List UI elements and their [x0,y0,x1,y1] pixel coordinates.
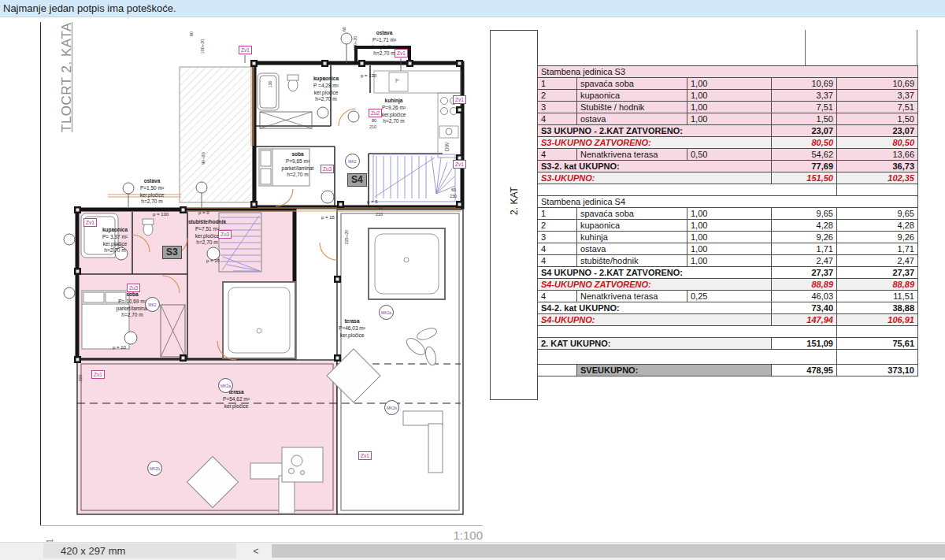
detail-marker-mk2b: MK2b [384,400,399,415]
cell-name: kuhinja [577,232,687,243]
screen: { "notification": { "text": "Najmanje je… [0,0,945,560]
table-row: 4 stubište/hodnik 1,00 2,47 2,47 [538,255,918,267]
cell-reduced: 3,37 [837,90,918,102]
detail-marker-mk2: MK2 [345,154,360,169]
cell-area: 27,37 [772,267,837,279]
cell-reduced: 36,73 [837,161,918,172]
parapet-text: p = 5 [367,199,378,204]
room-area: P= 3,37 m² [85,234,145,241]
cell-reduced: 11,51 [837,291,918,302]
cell-coef: 1,00 [687,102,772,113]
total-row: S3-UKUPNO: 151,50 102,35 [538,172,918,184]
cell-name: spavaća soba [577,78,687,90]
table-stub-line [805,30,806,66]
wall-marker-zu3: Zu3 [127,284,140,292]
room-label-s4-soba: soba P=9,65 m² parket/laminat h=2,70 m [268,151,328,179]
cell-spacer [837,350,918,365]
dim-text: 100+20 [200,39,205,54]
cell-area: 478,95 [772,365,837,376]
cell-spacer [837,326,918,338]
window-marker-zv1: Zv1 [91,370,105,379]
room-height: h=2,70 m [102,312,162,319]
cell-reduced: 13,66 [837,149,918,161]
page-size-text: 420 x 297 mm [61,545,125,557]
floor-label-cell-empty [490,371,538,400]
scroll-left-button[interactable]: < [246,543,266,558]
cell-label: S4-UKUPNO ZATVORENO: [538,279,772,291]
cell-area: 3,37 [772,90,837,102]
spacer-row [538,350,918,365]
room-height: h=2,70 m [268,172,328,179]
cell-coef: 1,00 [687,255,772,267]
cell-label: S3-UKUPNO ZATVORENO: [538,137,772,149]
room-area: P=1,71 m² [354,37,414,44]
cell-name: kupaonica [577,220,687,232]
cell-coef: 1,00 [687,220,772,232]
table-row: Stambena jedinica S3 [538,66,918,78]
room-height: h=2,70 m [296,96,356,103]
window-marker-zv1: Zv1 [239,46,252,54]
cell-reduced: 1,50 [837,113,918,125]
room-name: stubište/hodnik [177,219,237,226]
cell-reduced: 106,91 [837,314,918,326]
room-height: h=2,70 m [85,247,145,254]
cell-reduced: 80,50 [837,137,918,149]
unit-badge-s4: S4 [347,173,367,187]
cell-label: 2. KAT UKUPNO: [538,338,772,350]
room-floor: ker.pločice [206,403,266,410]
cell-label: S4-2. kat UKUPNO: [538,302,772,314]
cell-name: spavaća soba [577,208,687,220]
total-row: S3-2. kat UKUPNO: 77,69 36,73 [538,161,918,172]
cell-reduced: 23,07 [837,125,918,137]
cell-label: S3-2. kat UKUPNO: [538,161,772,172]
page-size-indicator: 420 x 297 mm [43,543,236,558]
cell-reduced: 4,28 [837,220,918,232]
dim-text: 60 [189,32,194,36]
table-row: 1 spavaća soba 1,00 10,69 10,69 [538,78,918,90]
room-name: kupaonica [296,76,356,83]
total-row: 2. KAT UKUPNO: 151,09 75,61 [538,338,918,350]
detail-marker-mk2a: MK2a [218,378,233,393]
dim-text: 90+20 [201,152,206,164]
cell-name: Nenatkrivena terasa [577,291,687,302]
parapet-text: p = 10 [113,345,126,350]
dim-text: 230 [450,194,457,198]
cell-num: 3 [538,102,577,113]
cell-area: 46,03 [772,291,837,302]
cell-area: 2,47 [772,255,837,267]
cell-reduced: 7,51 [837,102,918,113]
cell-area: 54,62 [772,149,837,161]
cell-name: ostava [577,243,687,255]
room-floor: ker.pločice [322,332,382,339]
room-label-s3-kupaonica: kupaonica P= 3,37 m² ker.pločice h=2,70 … [85,227,145,254]
room-name: ostava [122,178,182,185]
dim-text: 90 [378,206,383,210]
cell-name: Nenatkrivena terasa [577,149,687,161]
cell-area: 73,40 [772,302,837,314]
table-row: 2 kupaonica 1,00 4,28 4,28 [538,220,918,232]
cell-num: 2 [538,220,577,232]
cell-num: 3 [538,232,577,243]
horizontal-scrollbar[interactable] [272,544,945,558]
detail-marker-mk2b: MK2b [147,461,162,476]
cell-spacer [538,184,837,196]
detail-marker-mk2: MK2 [145,297,160,312]
cell-area: 88,89 [772,279,837,291]
cell-area: 1,50 [772,113,837,125]
spacer-row [538,184,918,196]
cell-label: S3-UKUPNO: [538,172,772,184]
cell-name: stubište/hodnik [577,255,687,267]
table-row: 3 Stubište / hodnik 1,00 7,51 7,51 [538,102,918,113]
floor-label-cell: 2. KAT [490,30,538,372]
room-area: P=54,62 m² [206,396,266,403]
dim-text: 210 [376,212,383,217]
dim-text: 60 [451,187,456,192]
cell-label: S3 UKUPNO - 2.KAT ZATVORENO: [538,125,772,137]
room-label-s4-terasa: terasa P=46,03 m² ker.pločice [322,318,382,339]
cell-label: S4-UKUPNO: [538,314,772,326]
room-area: P=1,50 m² [122,185,182,192]
cell-area: 147,94 [772,314,837,326]
spacer-row [538,326,918,338]
room-floor: ker.pločice [122,192,182,199]
dim-text: 210 [369,124,376,129]
